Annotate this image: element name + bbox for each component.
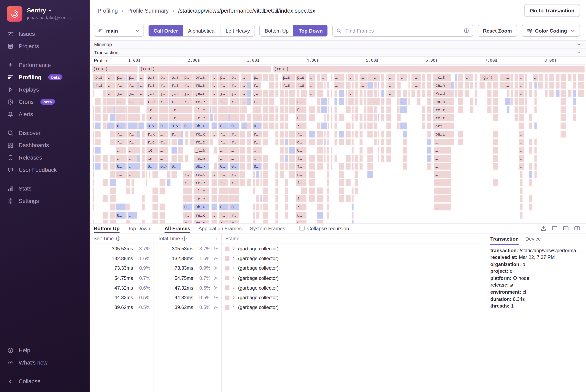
flame-frame[interactable] [126, 179, 130, 186]
flame-frame[interactable]: … [360, 74, 367, 81]
flame-frame[interactable] [549, 90, 555, 97]
flame-frame[interactable]: 0… [296, 146, 307, 154]
flame-frame[interactable] [524, 74, 528, 81]
flame-frame[interactable] [308, 106, 315, 113]
flame-frame[interactable]: … [518, 106, 524, 113]
layout-bottom-panel-icon[interactable] [563, 225, 569, 231]
flame-frame[interactable] [110, 220, 116, 223]
flame-frame[interactable] [285, 154, 289, 162]
flame-frame[interactable] [492, 82, 498, 89]
flame-frame[interactable]: j… [159, 90, 169, 97]
flame-frame[interactable] [275, 187, 279, 194]
breadcrumb-profiling[interactable]: Profiling [98, 7, 118, 14]
flame-frame[interactable] [421, 114, 425, 122]
flame-frame[interactable] [110, 154, 116, 162]
flame-frame[interactable]: r… [230, 171, 240, 178]
flame-frame[interactable] [427, 114, 432, 122]
flame-frame[interactable]: … [211, 106, 217, 113]
flame-frame[interactable] [573, 90, 576, 97]
flame-frame[interactable] [247, 90, 251, 97]
flame-frame[interactable]: … [414, 82, 421, 89]
flame-frame[interactable] [95, 162, 101, 170]
flame-frame[interactable]: … [183, 114, 193, 122]
direction-top-down-button[interactable]: Top Down [293, 25, 327, 36]
flame-frame[interactable] [367, 146, 373, 154]
flame-frame[interactable] [247, 130, 251, 138]
flame-frame[interactable]: p…s [296, 74, 307, 81]
breadcrumb-profile-summary[interactable]: Profile Summary [127, 7, 169, 14]
flame-frame[interactable]: … [211, 82, 217, 89]
flame-frame[interactable] [280, 122, 284, 130]
flame-frame[interactable] [351, 220, 354, 223]
flame-frame[interactable] [110, 195, 116, 202]
sidebar-item-profiling[interactable]: Profilingbeta [0, 71, 90, 84]
flame-frame[interactable] [528, 179, 532, 186]
flame-frame[interactable] [280, 130, 284, 138]
flame-frame[interactable] [247, 154, 251, 162]
flame-frame[interactable] [253, 179, 255, 186]
flame-frame[interactable] [374, 130, 377, 138]
flame-frame[interactable] [126, 203, 130, 211]
flame-frame[interactable] [260, 195, 262, 202]
flame-frame[interactable] [253, 203, 255, 211]
flame-frame[interactable] [142, 114, 145, 122]
flame-frame[interactable] [317, 154, 324, 162]
table-row-total-time[interactable]: 305.53ms3.7% [154, 244, 221, 254]
flame-frame[interactable] [253, 211, 255, 219]
flame-frame[interactable]: j… [219, 90, 228, 97]
flame-frame[interactable] [359, 146, 363, 154]
gear-icon[interactable] [213, 246, 218, 251]
flame-frame[interactable] [317, 203, 324, 211]
flame-frame[interactable] [330, 74, 333, 81]
table-row-self-time[interactable]: 44.32ms0.5% [90, 293, 154, 302]
flame-frame[interactable] [289, 98, 295, 106]
flame-frame[interactable]: … [518, 138, 524, 146]
flame-frame[interactable]: … [211, 179, 217, 186]
flame-frame[interactable] [544, 82, 548, 89]
flame-frame[interactable] [262, 211, 268, 219]
flame-frame[interactable] [334, 98, 337, 106]
flame-frame[interactable] [528, 82, 532, 89]
flame-frame[interactable]: re…e [194, 138, 210, 146]
sidebar-item-stats[interactable]: Stats [0, 182, 90, 195]
flame-frame[interactable] [416, 98, 421, 106]
flame-frame[interactable]: … [308, 74, 316, 81]
flame-frame[interactable] [377, 154, 379, 162]
flame-frame[interactable] [354, 130, 358, 138]
flame-frame[interactable]: … [252, 146, 261, 154]
flame-frame[interactable] [110, 171, 116, 178]
flame-frame[interactable] [427, 162, 432, 170]
flame-frame[interactable] [317, 138, 324, 146]
flame-frame[interactable]: p… [183, 74, 193, 81]
flame-frame[interactable] [578, 90, 584, 97]
flame-frame[interactable] [289, 146, 295, 154]
flame-frame[interactable] [308, 187, 315, 194]
flame-frame[interactable]: r… [183, 211, 193, 219]
flame-frame[interactable] [131, 187, 135, 194]
flame-frame[interactable]: 0b…> [194, 162, 210, 170]
flame-frame[interactable] [492, 179, 498, 186]
flame-frame[interactable]: … [211, 187, 217, 194]
flame-frame[interactable]: r… [252, 138, 261, 146]
flame-frame[interactable] [427, 122, 432, 130]
flame-frame[interactable] [334, 138, 337, 146]
table-row-frame[interactable]: (garbage collector) [222, 263, 482, 273]
find-frames-input[interactable] [345, 28, 461, 34]
flame-frame[interactable] [339, 195, 344, 202]
flame-frame[interactable] [411, 90, 416, 97]
expand-chevron-icon[interactable] [232, 256, 236, 260]
flame-frame[interactable] [510, 98, 513, 106]
flame-frame[interactable] [421, 74, 425, 81]
flame-frame[interactable]: r… [159, 98, 169, 106]
flame-frame[interactable] [213, 146, 217, 154]
tab-system-frames[interactable]: System Frames [250, 224, 285, 233]
flame-frame[interactable] [374, 82, 377, 89]
flame-frame[interactable] [374, 138, 377, 146]
flame-frame[interactable]: … [241, 90, 247, 97]
flame-frame[interactable] [381, 82, 384, 89]
flame-frame[interactable] [402, 146, 407, 154]
flame-frame[interactable]: r… [183, 82, 193, 89]
flame-frame[interactable] [102, 162, 108, 170]
flame-frame[interactable] [451, 138, 454, 146]
flame-frame[interactable]: … [465, 74, 471, 81]
